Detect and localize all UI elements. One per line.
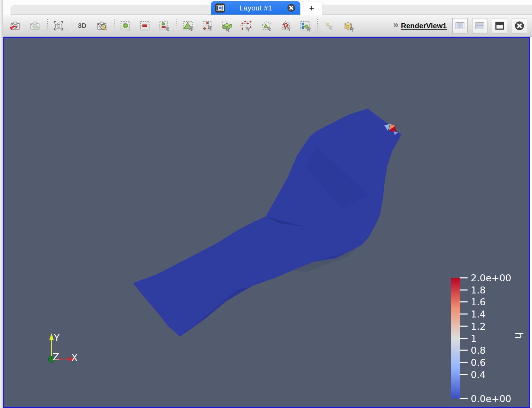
legend-title: h (513, 332, 525, 339)
toolbar-separator (71, 19, 71, 32)
layout-tab-bar: Layout #1 + (3, 0, 532, 15)
legend-tick: 1 (460, 333, 477, 344)
toolbar-separator (177, 19, 177, 32)
camera-selection-toolbar: 3D (3, 15, 532, 37)
toggle-2d3d-button[interactable]: 3D (75, 18, 90, 33)
legend-tick-mark (460, 350, 468, 351)
tab-label: Layout #1 (230, 4, 282, 12)
legend-tick-mark (460, 314, 468, 315)
legend-tick-label: 2.0e+00 (471, 273, 511, 283)
legend-tick-label: 1.8 (471, 284, 486, 295)
selection-subtract-icon[interactable] (137, 18, 152, 33)
render-view[interactable]: Y X Z 2.0e+001.81.61.41.210.80.60.40.0e+… (3, 37, 530, 408)
select-block-icon[interactable] (297, 18, 313, 33)
render-view-title[interactable]: RenderView1 (401, 22, 447, 30)
layout-window-icon (215, 3, 225, 13)
split-vertical-button[interactable] (472, 18, 487, 33)
legend-tick-label: 0.0e+00 (471, 393, 511, 404)
scene-3d[interactable]: Y X Z (4, 38, 529, 407)
select-cells-polygon-icon[interactable] (258, 18, 274, 33)
legend-tick-label: 1.2 (471, 321, 486, 331)
maximize-view-button[interactable] (492, 18, 507, 33)
z-axis-label: Z (53, 351, 59, 363)
select-points-through-icon[interactable] (239, 18, 254, 33)
toolbar-separator (47, 19, 48, 32)
splitter-groove (1, 0, 1, 408)
legend-tick: 1.6 (460, 297, 486, 307)
select-points-on-surface-icon[interactable] (200, 18, 215, 33)
legend-tick-mark (460, 398, 468, 399)
legend-tick-mark (460, 277, 468, 278)
legend-tick: 2.0e+00 (460, 273, 511, 283)
legend-tick-mark (460, 325, 468, 327)
camera-undo-icon[interactable] (8, 18, 23, 33)
legend-tick: 1.8 (460, 284, 486, 295)
select-cells-through-icon[interactable] (219, 18, 235, 33)
legend-tick-mark (460, 338, 468, 339)
selection-add-icon[interactable] (118, 18, 133, 33)
new-tab-button[interactable]: + (300, 1, 323, 15)
interactive-select-points-icon[interactable] (321, 18, 336, 33)
color-legend-bar (451, 278, 460, 399)
legend-tick-mark (460, 374, 468, 375)
camera-redo-icon[interactable] (27, 18, 42, 33)
legend-tick: 1.2 (460, 321, 486, 331)
legend-tick-label: 0.8 (471, 345, 486, 356)
toolbar-separator (114, 19, 115, 32)
close-view-button[interactable] (512, 18, 527, 33)
select-cells-on-surface-icon[interactable] (180, 18, 196, 33)
legend-tick-mark (460, 301, 468, 303)
legend-tick-mark (460, 362, 468, 363)
legend-tick-label: 0.6 (471, 357, 486, 368)
legend-tick-mark (460, 289, 468, 290)
mesh-surface[interactable] (133, 109, 401, 337)
reset-camera-icon[interactable] (51, 18, 66, 33)
legend-tick: 0.8 (460, 345, 486, 356)
legend-tick-label: 1 (471, 333, 477, 344)
selection-toggle-icon[interactable] (157, 18, 172, 33)
hover-cells-icon[interactable] (341, 18, 356, 33)
legend-tick: 0.0e+00 (460, 393, 511, 404)
toolbar-overflow-chevron[interactable]: » (393, 19, 397, 32)
color-legend[interactable]: 2.0e+001.81.61.41.210.80.60.40.0e+00 h (451, 278, 531, 403)
legend-tick: 0.6 (460, 357, 486, 368)
orientation-axes: Y X Z (48, 333, 78, 363)
zoom-to-data-icon[interactable] (94, 18, 109, 33)
split-horizontal-button[interactable] (452, 18, 468, 33)
toolbar-separator (317, 19, 318, 32)
legend-tick: 0.4 (460, 369, 486, 380)
select-points-polygon-icon[interactable] (278, 18, 293, 33)
tab-layout-1[interactable]: Layout #1 (211, 1, 300, 15)
legend-tick-label: 0.4 (471, 369, 486, 380)
legend-tick-label: 1.4 (471, 309, 486, 320)
panel-splitter[interactable] (0, 0, 3, 408)
legend-tick-label: 1.6 (471, 297, 486, 307)
legend-tick: 1.4 (460, 309, 486, 320)
y-axis-label: Y (54, 333, 60, 343)
close-tab-icon[interactable] (287, 3, 296, 13)
x-axis-label: X (71, 353, 78, 363)
y-axis-arrow (49, 333, 54, 340)
